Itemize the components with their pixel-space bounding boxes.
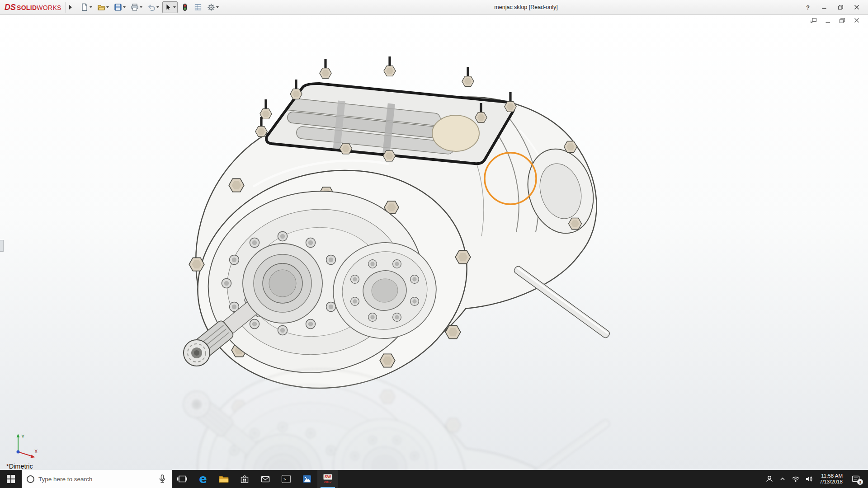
dropdown-caret — [123, 6, 126, 8]
dropdown-caret — [140, 6, 142, 8]
select-arrow-icon — [164, 3, 172, 11]
display-pane-icon — [194, 3, 202, 11]
window-controls: ? — [801, 2, 865, 13]
select-button[interactable] — [162, 1, 178, 13]
orientation-triad: Y X — [9, 431, 41, 460]
document-window-controls — [809, 17, 861, 24]
save-button[interactable] — [112, 1, 127, 13]
hidden-icons-button[interactable] — [776, 470, 789, 488]
gear-icon — [207, 3, 215, 11]
close-button[interactable] — [850, 2, 863, 13]
brand-name-light: WORKS — [37, 4, 61, 11]
flyout-arrow-icon — [69, 5, 72, 9]
solidworks-app-button[interactable]: SW 2017 — [317, 470, 338, 488]
task-view-icon — [177, 474, 188, 484]
menu-flyout-button[interactable] — [65, 2, 72, 13]
print-button[interactable] — [129, 1, 144, 13]
network-button[interactable] — [789, 470, 802, 488]
dropdown-caret — [106, 6, 109, 8]
search-input[interactable] — [38, 476, 154, 483]
cortana-icon — [27, 475, 34, 483]
speaker-icon — [805, 475, 813, 483]
people-icon — [765, 475, 774, 483]
options-button[interactable] — [205, 1, 221, 13]
task-view-button[interactable] — [172, 470, 193, 488]
store-icon — [239, 474, 250, 484]
dropdown-caret — [156, 6, 159, 8]
new-document-icon — [80, 3, 89, 11]
feature-tree-splitter-handle[interactable] — [0, 240, 4, 252]
minimize-button[interactable] — [817, 2, 831, 13]
action-center-button[interactable]: 3 — [847, 470, 865, 488]
triad-x-label: X — [34, 449, 38, 454]
clock-time: 11:58 AM — [820, 473, 843, 479]
rebuild-button[interactable] — [179, 1, 191, 13]
display-pane-button[interactable] — [192, 1, 204, 13]
wifi-icon — [792, 475, 800, 483]
titlebar: DS SOLID WORKS — [0, 0, 868, 15]
dropdown-caret — [90, 6, 92, 8]
store-app-button[interactable] — [234, 470, 255, 488]
windows-logo-icon — [7, 475, 15, 483]
windows-taskbar: e >_ SW 2017 11:58 AM 7/13/2018 — [0, 470, 868, 488]
gearbox-3d-model[interactable] — [0, 15, 868, 470]
open-icon — [97, 3, 105, 11]
view-orientation-label: *Dimetric — [6, 463, 33, 470]
mail-icon — [260, 474, 271, 484]
solidworks-version-badge: 2017 — [324, 480, 332, 484]
chevron-up-icon — [779, 476, 786, 482]
doc-dock-button[interactable] — [809, 17, 817, 24]
edge-icon: e — [199, 474, 207, 484]
doc-minimize-button[interactable] — [824, 17, 832, 24]
print-icon — [131, 3, 139, 11]
command-prompt-button[interactable]: >_ — [276, 470, 297, 488]
solidworks-logo: DS SOLID WORKS — [5, 3, 61, 12]
doc-close-button[interactable] — [853, 17, 861, 24]
graphics-viewport[interactable]: Y X *Dimetric — [0, 15, 868, 470]
help-button[interactable]: ? — [801, 2, 815, 13]
solidworks-icon: SW — [323, 474, 333, 480]
undo-icon — [147, 3, 156, 11]
notification-count-badge: 3 — [857, 479, 863, 485]
quick-access-toolbar — [79, 1, 221, 13]
system-tray: 11:58 AM 7/13/2018 3 — [763, 470, 868, 488]
undo-button[interactable] — [146, 1, 161, 13]
doc-restore-button[interactable] — [838, 17, 846, 24]
triad-y-label: Y — [21, 434, 25, 439]
taskbar-search[interactable] — [22, 470, 172, 488]
brand-name-bold: SOLID — [17, 4, 37, 11]
people-button[interactable] — [763, 470, 776, 488]
save-icon — [114, 3, 122, 11]
clock-date: 7/13/2018 — [820, 479, 843, 485]
open-button[interactable] — [95, 1, 111, 13]
brand-mark: DS — [5, 3, 16, 12]
start-button[interactable] — [0, 470, 22, 488]
edge-app-button[interactable]: e — [193, 470, 213, 488]
volume-button[interactable] — [802, 470, 816, 488]
restore-button[interactable] — [834, 2, 847, 13]
cmd-glyph: >_ — [283, 478, 288, 482]
photos-icon — [302, 474, 312, 484]
command-prompt-icon: >_ — [281, 474, 292, 484]
new-document-button[interactable] — [79, 1, 94, 13]
microphone-icon[interactable] — [158, 474, 167, 484]
mail-app-button[interactable] — [255, 470, 276, 488]
file-explorer-icon — [218, 474, 229, 484]
dropdown-caret — [173, 6, 176, 8]
rebuild-traffic-light-icon — [181, 3, 189, 11]
taskbar-clock[interactable]: 11:58 AM 7/13/2018 — [816, 473, 847, 485]
photos-app-button[interactable] — [297, 470, 317, 488]
file-explorer-button[interactable] — [213, 470, 234, 488]
dropdown-caret — [216, 6, 219, 8]
window-title: menjac sklop [Read-only] — [494, 4, 557, 10]
gearbox-geometry — [177, 56, 611, 413]
